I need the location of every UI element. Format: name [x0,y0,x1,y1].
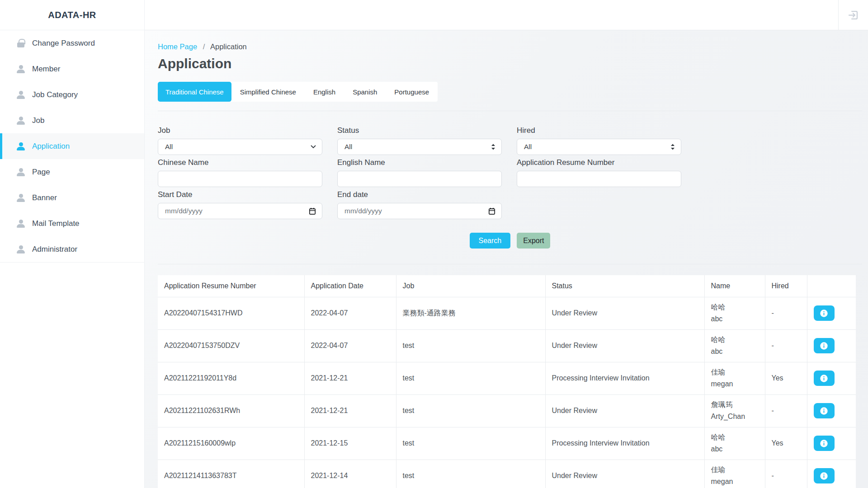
main-area: Home Page / Application Application Trad… [145,0,868,488]
name-chinese: 哈哈 [711,334,765,346]
cell-application-date: 2021-12-21 [304,394,396,427]
name-chinese: 詹珮筠 [711,399,765,411]
sidebar-item[interactable]: Application [0,133,144,159]
sidebar-item[interactable]: Member [0,56,144,82]
info-button[interactable] [814,403,835,418]
cell-job: test [396,362,545,394]
cell-status: Under Review [545,460,704,488]
name-english: megan [711,476,765,488]
name-english: abc [711,443,765,455]
updown-arrows-icon [491,144,495,150]
info-icon [820,439,828,448]
calendar-icon[interactable] [309,207,316,215]
table-row: A20211221102631RWh 2021-12-21 test Under… [158,394,856,427]
end-date-placeholder: mm/dd/yyyy [344,207,488,215]
start-date-label: Start Date [158,190,322,199]
info-button[interactable] [814,338,835,353]
cell-resume-number: A20211221192011Y8d [158,362,304,394]
menu-item-icon [16,142,25,151]
table-row: A20211215160009wlp 2021-12-15 test Proce… [158,427,856,460]
cell-name: 哈哈 abc [704,297,765,329]
table-row: A20211221192011Y8d 2021-12-21 test Proce… [158,362,856,394]
logout-button[interactable] [838,0,868,30]
sidebar-item[interactable]: Mail Template [0,211,144,236]
sidebar-item[interactable]: Change Password [0,30,144,56]
language-tab[interactable]: Spanish [344,82,386,102]
cell-resume-number: A20220407154317HWD [158,297,304,329]
info-button[interactable] [814,371,835,386]
menu-item-icon [16,219,25,228]
end-date-input[interactable]: mm/dd/yyyy [337,203,502,219]
info-icon [820,407,828,415]
sidebar-item-label: Job Category [32,90,78,99]
cell-hired: Yes [765,427,807,460]
cell-actions [807,460,856,488]
table-row: A20220407154317HWD 2022-04-07 業務類-通路業務 U… [158,297,856,329]
info-button[interactable] [814,468,835,483]
calendar-icon[interactable] [488,207,495,215]
column-header: Status [545,275,704,297]
cell-name: 哈哈 abc [704,427,765,460]
applications-table: Application Resume NumberApplication Dat… [158,275,856,488]
cell-application-date: 2021-12-14 [304,460,396,488]
menu-item-icon [16,193,25,202]
english-name-input[interactable] [337,171,502,187]
name-english: megan [711,378,765,390]
cell-application-date: 2022-04-07 [304,297,396,329]
chinese-name-input[interactable] [158,171,322,187]
sidebar-item-label: Administrator [32,245,77,254]
status-select[interactable]: All [337,139,502,155]
hired-select[interactable]: All [517,139,681,155]
cell-hired: - [765,297,807,329]
name-english: abc [711,346,765,357]
cell-name: 詹珮筠 Arty_Chan [704,394,765,427]
export-button[interactable]: Export [517,233,550,249]
filter-resume-number: Application Resume Number [517,158,681,187]
cell-job: test [396,394,545,427]
language-tab[interactable]: Portuguese [386,82,438,102]
language-tab[interactable]: Traditional Chinese [158,82,231,102]
language-tab[interactable]: Simplified Chinese [231,82,305,102]
resume-number-input[interactable] [517,171,681,187]
filter-status: Status All [337,126,502,155]
cell-name: 哈哈 abc [704,329,765,362]
menu-item-icon [16,245,25,254]
search-button[interactable]: Search [470,233,511,249]
cell-status: Processing Interview Invitation [545,427,704,460]
name-english: Arty_Chan [711,411,765,422]
column-header: Name [704,275,765,297]
cell-resume-number: A20211221102631RWh [158,394,304,427]
cell-status: Under Review [545,394,704,427]
sidebar-item[interactable]: Job Category [0,82,144,108]
divider-top [158,111,862,111]
sidebar-item-label: Banner [32,193,57,202]
resume-number-label: Application Resume Number [517,158,681,167]
sidebar-item-label: Job [32,116,44,125]
cell-job: 業務類-通路業務 [396,297,545,329]
language-tabbar: Traditional Chinese Simplified Chinese E… [158,82,438,102]
cell-hired: - [765,329,807,362]
cell-status: Under Review [545,329,704,362]
job-select[interactable]: All [158,139,322,155]
info-button[interactable] [814,436,835,451]
sidebar-item[interactable]: Job [0,108,144,133]
logout-icon [847,9,859,21]
sidebar-item[interactable]: Banner [0,185,144,211]
breadcrumb-current: Application [210,42,247,51]
cell-actions [807,329,856,362]
end-date-label: End date [337,190,502,199]
status-select-value: All [344,143,491,151]
info-button[interactable] [814,305,835,321]
start-date-input[interactable]: mm/dd/yyyy [158,203,322,219]
sidebar-item[interactable]: Page [0,159,144,185]
cell-job: test [396,329,545,362]
column-header: Application Date [304,275,396,297]
sidebar-item-label: Page [32,168,50,177]
language-tab[interactable]: English [305,82,344,102]
table-header-row: Application Resume NumberApplication Dat… [158,275,856,297]
name-chinese: 哈哈 [711,432,765,443]
breadcrumb-home-link[interactable]: Home Page [158,42,197,51]
cell-hired: Yes [765,362,807,394]
menu-item-icon [16,90,25,99]
sidebar-item[interactable]: Administrator [0,236,144,262]
